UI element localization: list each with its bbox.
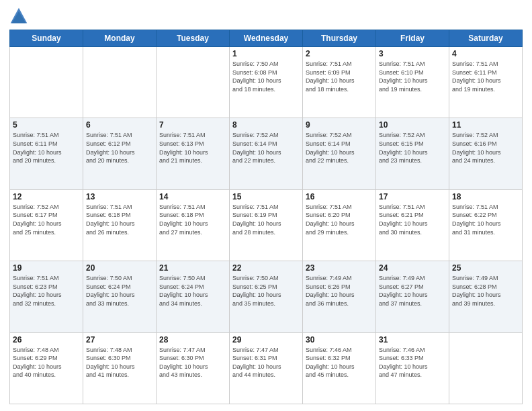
day-cell: 12Sunrise: 7:52 AM Sunset: 6:17 PM Dayli… — [10, 189, 83, 261]
day-cell: 4Sunrise: 7:51 AM Sunset: 6:11 PM Daylig… — [449, 47, 523, 118]
day-cell: 1Sunrise: 7:50 AM Sunset: 6:08 PM Daylig… — [230, 47, 303, 118]
day-cell: 17Sunrise: 7:51 AM Sunset: 6:21 PM Dayli… — [376, 189, 449, 261]
day-cell: 26Sunrise: 7:48 AM Sunset: 6:29 PM Dayli… — [10, 332, 83, 404]
day-number: 24 — [379, 263, 446, 273]
day-number: 18 — [452, 192, 519, 201]
day-number: 11 — [452, 120, 519, 130]
logo — [9, 7, 31, 26]
day-detail: Sunrise: 7:48 AM Sunset: 6:29 PM Dayligh… — [13, 346, 80, 379]
week-row-2: 5Sunrise: 7:51 AM Sunset: 6:11 PM Daylig… — [10, 118, 523, 189]
day-detail: Sunrise: 7:51 AM Sunset: 6:12 PM Dayligh… — [86, 131, 153, 165]
day-cell: 31Sunrise: 7:46 AM Sunset: 6:33 PM Dayli… — [376, 332, 449, 404]
day-detail: Sunrise: 7:49 AM Sunset: 6:27 PM Dayligh… — [379, 274, 446, 308]
day-detail: Sunrise: 7:51 AM Sunset: 6:10 PM Dayligh… — [379, 60, 446, 93]
header-wednesday: Wednesday — [230, 30, 303, 47]
day-number: 16 — [306, 192, 373, 201]
header-friday: Friday — [376, 30, 449, 47]
day-detail: Sunrise: 7:46 AM Sunset: 6:33 PM Dayligh… — [379, 346, 446, 379]
header-tuesday: Tuesday — [157, 30, 230, 47]
day-number: 6 — [86, 120, 153, 130]
day-cell: 21Sunrise: 7:50 AM Sunset: 6:24 PM Dayli… — [157, 261, 230, 332]
day-detail: Sunrise: 7:51 AM Sunset: 6:13 PM Dayligh… — [159, 131, 226, 165]
day-cell — [157, 47, 230, 118]
day-detail: Sunrise: 7:47 AM Sunset: 6:31 PM Dayligh… — [232, 346, 300, 379]
day-detail: Sunrise: 7:51 AM Sunset: 6:22 PM Dayligh… — [452, 203, 519, 236]
day-cell: 19Sunrise: 7:51 AM Sunset: 6:23 PM Dayli… — [10, 261, 83, 332]
header-sunday: Sunday — [10, 30, 83, 47]
day-number: 19 — [13, 263, 80, 273]
day-number: 13 — [86, 192, 153, 201]
day-cell: 15Sunrise: 7:51 AM Sunset: 6:19 PM Dayli… — [230, 189, 303, 261]
day-detail: Sunrise: 7:51 AM Sunset: 6:21 PM Dayligh… — [379, 203, 446, 236]
day-detail: Sunrise: 7:50 AM Sunset: 6:24 PM Dayligh… — [86, 274, 153, 308]
day-number: 4 — [452, 49, 519, 58]
day-detail: Sunrise: 7:49 AM Sunset: 6:26 PM Dayligh… — [306, 274, 373, 308]
day-detail: Sunrise: 7:51 AM Sunset: 6:18 PM Dayligh… — [159, 203, 226, 236]
day-number: 5 — [13, 120, 80, 130]
week-row-3: 12Sunrise: 7:52 AM Sunset: 6:17 PM Dayli… — [10, 189, 523, 261]
day-number: 17 — [379, 192, 446, 201]
day-number: 10 — [379, 120, 446, 130]
day-detail: Sunrise: 7:50 AM Sunset: 6:25 PM Dayligh… — [232, 274, 300, 308]
day-cell: 10Sunrise: 7:52 AM Sunset: 6:15 PM Dayli… — [376, 118, 449, 189]
day-detail: Sunrise: 7:52 AM Sunset: 6:17 PM Dayligh… — [13, 203, 80, 236]
day-detail: Sunrise: 7:51 AM Sunset: 6:11 PM Dayligh… — [452, 60, 519, 93]
day-cell: 23Sunrise: 7:49 AM Sunset: 6:26 PM Dayli… — [303, 261, 376, 332]
header-monday: Monday — [83, 30, 157, 47]
day-detail: Sunrise: 7:51 AM Sunset: 6:18 PM Dayligh… — [86, 203, 153, 236]
day-detail: Sunrise: 7:51 AM Sunset: 6:09 PM Dayligh… — [306, 60, 373, 93]
day-cell: 29Sunrise: 7:47 AM Sunset: 6:31 PM Dayli… — [230, 332, 303, 404]
day-number: 28 — [159, 335, 226, 345]
day-number: 1 — [232, 49, 300, 58]
day-detail: Sunrise: 7:52 AM Sunset: 6:14 PM Dayligh… — [232, 131, 300, 165]
day-number: 29 — [232, 335, 300, 345]
day-cell: 7Sunrise: 7:51 AM Sunset: 6:13 PM Daylig… — [157, 118, 230, 189]
day-number: 27 — [86, 335, 153, 345]
day-detail: Sunrise: 7:50 AM Sunset: 6:24 PM Dayligh… — [159, 274, 226, 308]
day-detail: Sunrise: 7:49 AM Sunset: 6:28 PM Dayligh… — [452, 274, 519, 308]
day-number: 3 — [379, 49, 446, 58]
day-cell: 3Sunrise: 7:51 AM Sunset: 6:10 PM Daylig… — [376, 47, 449, 118]
day-cell: 6Sunrise: 7:51 AM Sunset: 6:12 PM Daylig… — [83, 118, 157, 189]
day-cell: 16Sunrise: 7:51 AM Sunset: 6:20 PM Dayli… — [303, 189, 376, 261]
day-detail: Sunrise: 7:51 AM Sunset: 6:23 PM Dayligh… — [13, 274, 80, 308]
day-detail: Sunrise: 7:52 AM Sunset: 6:14 PM Dayligh… — [306, 131, 373, 165]
day-number: 21 — [159, 263, 226, 273]
week-row-5: 26Sunrise: 7:48 AM Sunset: 6:29 PM Dayli… — [10, 332, 523, 404]
day-number: 22 — [232, 263, 300, 273]
day-detail: Sunrise: 7:50 AM Sunset: 6:08 PM Dayligh… — [232, 60, 300, 93]
day-cell: 2Sunrise: 7:51 AM Sunset: 6:09 PM Daylig… — [303, 47, 376, 118]
day-detail: Sunrise: 7:51 AM Sunset: 6:19 PM Dayligh… — [232, 203, 300, 236]
day-number: 8 — [232, 120, 300, 130]
day-cell: 11Sunrise: 7:52 AM Sunset: 6:16 PM Dayli… — [449, 118, 523, 189]
calendar: Sunday Monday Tuesday Wednesday Thursday… — [9, 30, 523, 404]
day-number: 23 — [306, 263, 373, 273]
day-cell: 8Sunrise: 7:52 AM Sunset: 6:14 PM Daylig… — [230, 118, 303, 189]
day-cell: 13Sunrise: 7:51 AM Sunset: 6:18 PM Dayli… — [83, 189, 157, 261]
logo-icon — [9, 7, 28, 26]
day-cell: 18Sunrise: 7:51 AM Sunset: 6:22 PM Dayli… — [449, 189, 523, 261]
day-number: 30 — [306, 335, 373, 345]
page: Sunday Monday Tuesday Wednesday Thursday… — [0, 0, 532, 411]
day-cell: 28Sunrise: 7:47 AM Sunset: 6:30 PM Dayli… — [157, 332, 230, 404]
day-number: 20 — [86, 263, 153, 273]
day-number: 2 — [306, 49, 373, 58]
day-number: 25 — [452, 263, 519, 273]
day-cell — [449, 332, 523, 404]
day-detail: Sunrise: 7:52 AM Sunset: 6:16 PM Dayligh… — [452, 131, 519, 165]
day-detail: Sunrise: 7:51 AM Sunset: 6:20 PM Dayligh… — [306, 203, 373, 236]
day-number: 15 — [232, 192, 300, 201]
day-cell: 20Sunrise: 7:50 AM Sunset: 6:24 PM Dayli… — [83, 261, 157, 332]
day-cell: 9Sunrise: 7:52 AM Sunset: 6:14 PM Daylig… — [303, 118, 376, 189]
day-number: 14 — [159, 192, 226, 201]
day-number: 12 — [13, 192, 80, 201]
day-number: 9 — [306, 120, 373, 130]
day-cell: 22Sunrise: 7:50 AM Sunset: 6:25 PM Dayli… — [230, 261, 303, 332]
day-number: 31 — [379, 335, 446, 345]
week-row-4: 19Sunrise: 7:51 AM Sunset: 6:23 PM Dayli… — [10, 261, 523, 332]
day-detail: Sunrise: 7:52 AM Sunset: 6:15 PM Dayligh… — [379, 131, 446, 165]
day-cell: 25Sunrise: 7:49 AM Sunset: 6:28 PM Dayli… — [449, 261, 523, 332]
header-saturday: Saturday — [449, 30, 523, 47]
day-number: 26 — [13, 335, 80, 345]
day-detail: Sunrise: 7:47 AM Sunset: 6:30 PM Dayligh… — [159, 346, 226, 379]
